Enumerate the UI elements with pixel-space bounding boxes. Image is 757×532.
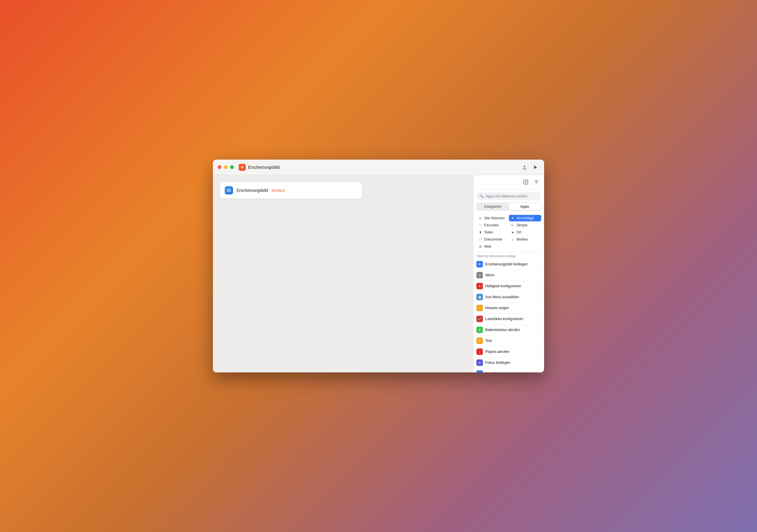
play-icon: [533, 165, 537, 169]
suggestion-label-hinweis-zeigen: Hinweis zeigen: [485, 306, 509, 310]
suggestion-label-wenn: Wenn: [485, 273, 495, 277]
suggestion-item-erscheinungsbild-festlegen[interactable]: 👁Erscheinungsbild festlegen: [473, 259, 544, 270]
maximize-button[interactable]: [230, 165, 234, 169]
app-icon: ☀: [239, 164, 246, 171]
suggestion-label-playlist-abrufen: Playlist abrufen: [485, 350, 509, 354]
suggestion-icon-wenn: ⋎: [476, 272, 483, 279]
suggestion-label-batteriestatus-abrufen: Batteriestatus abrufen: [485, 328, 520, 332]
suggestion-item-lautstaerke-konfigurieren[interactable]: 🔊Lautstärke konfigurieren: [473, 313, 544, 325]
category-medien[interactable]: ♪ Medien: [509, 236, 541, 243]
medien-icon: ♪: [511, 238, 515, 241]
web-icon: ⊘: [478, 245, 482, 249]
suggestion-item-helligkeit-konfigurieren[interactable]: ✦Helligkeit konfigurieren: [473, 281, 544, 292]
svg-marker-0: [534, 165, 537, 169]
tab-apps[interactable]: Apps: [509, 203, 541, 210]
workflow-block[interactable]: Erscheinungsbild ein/aus: [220, 182, 362, 199]
add-action-button[interactable]: [522, 178, 530, 186]
suggestion-icon-helligkeit-konfigurieren: ✦: [476, 283, 483, 289]
category-teilen[interactable]: ⬆ Teilen: [476, 229, 509, 236]
alle-aktionen-label: Alle Aktionen: [484, 216, 504, 220]
titlebar-actions: [520, 163, 539, 171]
eye-icon: [227, 188, 231, 193]
categories-grid: ≡ Alle Aktionen ✦ Vorschläge ♡ Favoriten…: [473, 213, 544, 252]
category-favoriten[interactable]: ♡ Favoriten: [476, 222, 509, 228]
teilen-icon: ⬆: [478, 230, 482, 234]
suggestion-icon-hinweis-zeigen: !: [476, 305, 483, 311]
suggestion-label-erscheinungsbild-festlegen: Erscheinungsbild festlegen: [485, 262, 528, 266]
svg-point-2: [228, 190, 229, 191]
suggestion-icon-aus-menu-auswaehlen: ▦: [476, 294, 483, 300]
category-ort[interactable]: ➤ Ort: [509, 229, 541, 236]
suggestions-list: 👁Erscheinungsbild festlegen⋎Wenn✦Helligk…: [473, 259, 544, 372]
tab-row: Kategorien Apps: [476, 202, 541, 211]
app-window: ☀ Erscheinungsbild: [213, 160, 544, 372]
suggestion-icon-app-oeffnen: ▤: [476, 370, 483, 372]
search-input[interactable]: [486, 194, 538, 198]
vorschlaege-label: Vorschläge: [517, 216, 534, 220]
tab-kategorien[interactable]: Kategorien: [477, 203, 509, 210]
suggestion-item-playlist-abrufen[interactable]: ♪Playlist abrufen: [473, 346, 544, 357]
suggestion-item-app-oeffnen[interactable]: ▤App öffnen: [473, 368, 544, 372]
workflow-block-label: Erscheinungsbild: [237, 188, 268, 193]
add-icon: [523, 179, 529, 185]
suggestion-label-text: Text: [485, 339, 492, 343]
alle-aktionen-icon: ≡: [478, 216, 482, 220]
dokumente-icon: 📄: [478, 238, 482, 242]
suggestion-item-batteriestatus-abrufen[interactable]: ⚡Batteriestatus abrufen: [473, 325, 544, 336]
titlebar: ☀ Erscheinungsbild: [213, 160, 544, 175]
share-button[interactable]: [520, 163, 529, 171]
ort-icon: ➤: [511, 230, 515, 234]
suggestion-item-fokus-festlegen[interactable]: ◎Fokus festlegen: [473, 357, 544, 368]
workflow-block-icon: [225, 186, 233, 194]
filter-icon: [534, 179, 539, 185]
ort-label: Ort: [517, 230, 522, 234]
category-vorschlaege[interactable]: ✦ Vorschläge: [509, 215, 541, 222]
filter-button[interactable]: [532, 178, 540, 186]
suggestion-item-text[interactable]: TText: [473, 336, 544, 346]
suggestions-header: Nächste Aktionsvorschläge: [473, 252, 544, 259]
play-button[interactable]: [531, 163, 539, 171]
suggestion-label-aus-menu-auswaehlen: Aus Menü auswählen: [485, 295, 519, 299]
suggestion-label-helligkeit-konfigurieren: Helligkeit konfigurieren: [485, 284, 521, 288]
suggestion-icon-erscheinungsbild-festlegen: 👁: [476, 261, 483, 267]
skripte-icon: ✂: [511, 223, 515, 227]
canvas-area: Erscheinungsbild ein/aus: [213, 175, 473, 372]
suggestion-icon-batteriestatus-abrufen: ⚡: [476, 327, 483, 333]
category-web[interactable]: ⊘ Web: [476, 243, 509, 250]
suggestion-icon-lautstaerke-konfigurieren: 🔊: [476, 316, 483, 322]
suggestion-label-app-oeffnen: App öffnen: [485, 371, 502, 372]
minimize-button[interactable]: [224, 165, 228, 169]
close-button[interactable]: [218, 165, 222, 169]
category-alle-aktionen[interactable]: ≡ Alle Aktionen: [476, 215, 509, 222]
skripte-label: Skripte: [517, 223, 528, 227]
sidebar-header: [473, 175, 544, 190]
search-box[interactable]: 🔍: [476, 192, 541, 200]
suggestion-label-fokus-festlegen: Fokus festlegen: [485, 361, 510, 365]
suggestion-item-wenn[interactable]: ⋎Wenn: [473, 270, 544, 281]
teilen-label: Teilen: [484, 230, 493, 234]
share-icon: [522, 165, 527, 170]
medien-label: Medien: [517, 237, 528, 242]
sidebar-header-icons: [522, 178, 540, 186]
workflow-toggle-label[interactable]: ein/aus: [272, 188, 285, 193]
sidebar: 🔍 Kategorien Apps ≡ Alle Aktionen ✦ Vors…: [473, 175, 544, 372]
suggestion-icon-fokus-festlegen: ◎: [476, 359, 483, 366]
suggestion-item-aus-menu-auswaehlen[interactable]: ▦Aus Menü auswählen: [473, 292, 544, 303]
search-icon: 🔍: [479, 194, 484, 198]
favoriten-icon: ♡: [478, 223, 482, 227]
suggestion-icon-playlist-abrufen: ♪: [476, 348, 483, 355]
suggestion-label-lautstaerke-konfigurieren: Lautstärke konfigurieren: [485, 317, 523, 321]
traffic-lights: [218, 165, 234, 169]
suggestion-icon-text: T: [476, 338, 483, 344]
favoriten-label: Favoriten: [484, 223, 499, 227]
category-dokumente[interactable]: 📄 Dokumente: [476, 236, 509, 243]
window-title: Erscheinungsbild: [248, 165, 520, 170]
dokumente-label: Dokumente: [484, 237, 502, 242]
category-skripte[interactable]: ✂ Skripte: [509, 222, 541, 228]
suggestion-item-hinweis-zeigen[interactable]: !Hinweis zeigen: [473, 303, 544, 313]
main-area: Erscheinungsbild ein/aus: [213, 175, 544, 372]
vorschlaege-icon: ✦: [511, 216, 515, 220]
web-label: Web: [484, 245, 491, 249]
